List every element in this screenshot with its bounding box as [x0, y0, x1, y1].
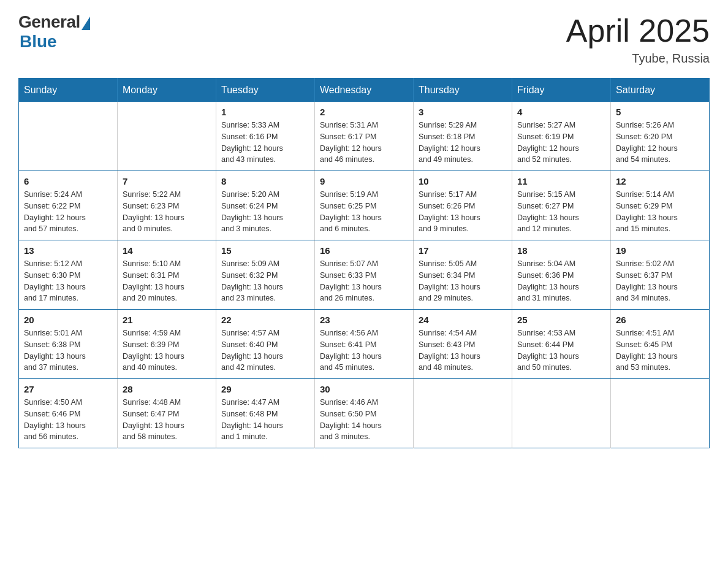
header-thursday: Thursday — [414, 79, 512, 102]
header-wednesday: Wednesday — [315, 79, 414, 102]
day-number: 28 — [123, 384, 211, 394]
calendar-cell: 12Sunrise: 5:14 AM Sunset: 6:29 PM Dayli… — [611, 171, 710, 240]
calendar-title: April 2025 — [566, 12, 710, 49]
day-number: 15 — [221, 245, 309, 256]
day-number: 26 — [616, 315, 704, 325]
calendar-cell: 21Sunrise: 4:59 AM Sunset: 6:39 PM Dayli… — [118, 310, 216, 379]
calendar-cell: 30Sunrise: 4:46 AM Sunset: 6:50 PM Dayli… — [315, 379, 414, 448]
day-info: Sunrise: 5:04 AM Sunset: 6:36 PM Dayligh… — [517, 258, 605, 304]
calendar-week-1: 1Sunrise: 5:33 AM Sunset: 6:16 PM Daylig… — [19, 102, 710, 171]
day-info: Sunrise: 5:29 AM Sunset: 6:18 PM Dayligh… — [419, 120, 507, 166]
calendar-week-5: 27Sunrise: 4:50 AM Sunset: 6:46 PM Dayli… — [19, 379, 710, 448]
day-info: Sunrise: 4:53 AM Sunset: 6:44 PM Dayligh… — [517, 327, 605, 373]
day-number: 14 — [123, 245, 211, 256]
calendar-week-4: 20Sunrise: 5:01 AM Sunset: 6:38 PM Dayli… — [19, 310, 710, 379]
calendar-location: Tyube, Russia — [566, 52, 710, 66]
logo-blue-label: Blue — [20, 32, 57, 52]
calendar-cell: 27Sunrise: 4:50 AM Sunset: 6:46 PM Dayli… — [19, 379, 118, 448]
day-info: Sunrise: 4:48 AM Sunset: 6:47 PM Dayligh… — [123, 397, 211, 443]
day-number: 7 — [123, 176, 211, 186]
calendar-cell: 25Sunrise: 4:53 AM Sunset: 6:44 PM Dayli… — [512, 310, 611, 379]
header-sunday: Sunday — [19, 79, 118, 102]
day-number: 12 — [616, 176, 704, 186]
calendar-cell: 9Sunrise: 5:19 AM Sunset: 6:25 PM Daylig… — [315, 171, 414, 240]
day-info: Sunrise: 4:56 AM Sunset: 6:41 PM Dayligh… — [320, 327, 408, 373]
day-number: 1 — [221, 107, 309, 117]
day-info: Sunrise: 4:54 AM Sunset: 6:43 PM Dayligh… — [419, 327, 507, 373]
day-number: 9 — [320, 176, 408, 186]
calendar-cell: 7Sunrise: 5:22 AM Sunset: 6:23 PM Daylig… — [118, 171, 216, 240]
day-number: 6 — [24, 176, 112, 186]
header-monday: Monday — [118, 79, 216, 102]
day-info: Sunrise: 5:01 AM Sunset: 6:38 PM Dayligh… — [24, 327, 112, 373]
day-info: Sunrise: 5:09 AM Sunset: 6:32 PM Dayligh… — [221, 258, 309, 304]
calendar-cell: 10Sunrise: 5:17 AM Sunset: 6:26 PM Dayli… — [414, 171, 512, 240]
day-info: Sunrise: 5:27 AM Sunset: 6:19 PM Dayligh… — [517, 120, 605, 166]
day-number: 21 — [123, 315, 211, 325]
day-number: 25 — [517, 315, 605, 325]
header-friday: Friday — [512, 79, 611, 102]
calendar-table: SundayMondayTuesdayWednesdayThursdayFrid… — [18, 78, 710, 448]
day-number: 24 — [419, 315, 507, 325]
day-info: Sunrise: 5:10 AM Sunset: 6:31 PM Dayligh… — [123, 258, 211, 304]
calendar-cell — [611, 379, 710, 448]
day-number: 20 — [24, 315, 112, 325]
logo-general-text: General — [18, 12, 80, 32]
day-number: 11 — [517, 176, 605, 186]
day-info: Sunrise: 5:15 AM Sunset: 6:27 PM Dayligh… — [517, 189, 605, 235]
header-tuesday: Tuesday — [216, 79, 315, 102]
day-info: Sunrise: 4:59 AM Sunset: 6:39 PM Dayligh… — [123, 327, 211, 373]
day-number: 5 — [616, 107, 704, 117]
day-info: Sunrise: 5:02 AM Sunset: 6:37 PM Dayligh… — [616, 258, 704, 304]
logo: General Blue — [18, 12, 90, 52]
day-info: Sunrise: 5:05 AM Sunset: 6:34 PM Dayligh… — [419, 258, 507, 304]
calendar-cell: 13Sunrise: 5:12 AM Sunset: 6:30 PM Dayli… — [19, 240, 118, 310]
day-info: Sunrise: 5:33 AM Sunset: 6:16 PM Dayligh… — [221, 120, 309, 166]
day-number: 4 — [517, 107, 605, 117]
calendar-cell: 15Sunrise: 5:09 AM Sunset: 6:32 PM Dayli… — [216, 240, 315, 310]
day-info: Sunrise: 4:46 AM Sunset: 6:50 PM Dayligh… — [320, 397, 408, 443]
calendar-cell: 29Sunrise: 4:47 AM Sunset: 6:48 PM Dayli… — [216, 379, 315, 448]
calendar-cell: 28Sunrise: 4:48 AM Sunset: 6:47 PM Dayli… — [118, 379, 216, 448]
day-number: 27 — [24, 384, 112, 394]
day-info: Sunrise: 5:19 AM Sunset: 6:25 PM Dayligh… — [320, 189, 408, 235]
calendar-cell: 1Sunrise: 5:33 AM Sunset: 6:16 PM Daylig… — [216, 102, 315, 171]
calendar-cell: 11Sunrise: 5:15 AM Sunset: 6:27 PM Dayli… — [512, 171, 611, 240]
calendar-cell: 8Sunrise: 5:20 AM Sunset: 6:24 PM Daylig… — [216, 171, 315, 240]
day-info: Sunrise: 5:26 AM Sunset: 6:20 PM Dayligh… — [616, 120, 704, 166]
header-saturday: Saturday — [611, 79, 710, 102]
calendar-cell — [118, 102, 216, 171]
day-number: 30 — [320, 384, 408, 394]
calendar-cell: 2Sunrise: 5:31 AM Sunset: 6:17 PM Daylig… — [315, 102, 414, 171]
calendar-cell: 4Sunrise: 5:27 AM Sunset: 6:19 PM Daylig… — [512, 102, 611, 171]
calendar-cell: 22Sunrise: 4:57 AM Sunset: 6:40 PM Dayli… — [216, 310, 315, 379]
day-number: 17 — [419, 245, 507, 256]
logo-triangle-icon — [82, 17, 90, 30]
logo-top: General — [18, 12, 90, 32]
calendar-cell: 24Sunrise: 4:54 AM Sunset: 6:43 PM Dayli… — [414, 310, 512, 379]
day-number: 2 — [320, 107, 408, 117]
page-header: General Blue April 2025 Tyube, Russia — [18, 12, 710, 66]
day-number: 13 — [24, 245, 112, 256]
day-info: Sunrise: 5:20 AM Sunset: 6:24 PM Dayligh… — [221, 189, 309, 235]
calendar-cell: 5Sunrise: 5:26 AM Sunset: 6:20 PM Daylig… — [611, 102, 710, 171]
day-info: Sunrise: 5:24 AM Sunset: 6:22 PM Dayligh… — [24, 189, 112, 235]
day-number: 18 — [517, 245, 605, 256]
calendar-cell: 14Sunrise: 5:10 AM Sunset: 6:31 PM Dayli… — [118, 240, 216, 310]
title-block: April 2025 Tyube, Russia — [566, 12, 710, 66]
calendar-week-2: 6Sunrise: 5:24 AM Sunset: 6:22 PM Daylig… — [19, 171, 710, 240]
calendar-cell: 19Sunrise: 5:02 AM Sunset: 6:37 PM Dayli… — [611, 240, 710, 310]
day-info: Sunrise: 4:51 AM Sunset: 6:45 PM Dayligh… — [616, 327, 704, 373]
calendar-cell — [414, 379, 512, 448]
day-number: 10 — [419, 176, 507, 186]
day-number: 3 — [419, 107, 507, 117]
calendar-cell: 26Sunrise: 4:51 AM Sunset: 6:45 PM Dayli… — [611, 310, 710, 379]
logo-blue-text: Blue — [20, 32, 57, 52]
day-info: Sunrise: 5:07 AM Sunset: 6:33 PM Dayligh… — [320, 258, 408, 304]
day-info: Sunrise: 4:57 AM Sunset: 6:40 PM Dayligh… — [221, 327, 309, 373]
calendar-cell: 17Sunrise: 5:05 AM Sunset: 6:34 PM Dayli… — [414, 240, 512, 310]
day-number: 8 — [221, 176, 309, 186]
day-info: Sunrise: 4:47 AM Sunset: 6:48 PM Dayligh… — [221, 397, 309, 443]
day-info: Sunrise: 4:50 AM Sunset: 6:46 PM Dayligh… — [24, 397, 112, 443]
day-number: 19 — [616, 245, 704, 256]
